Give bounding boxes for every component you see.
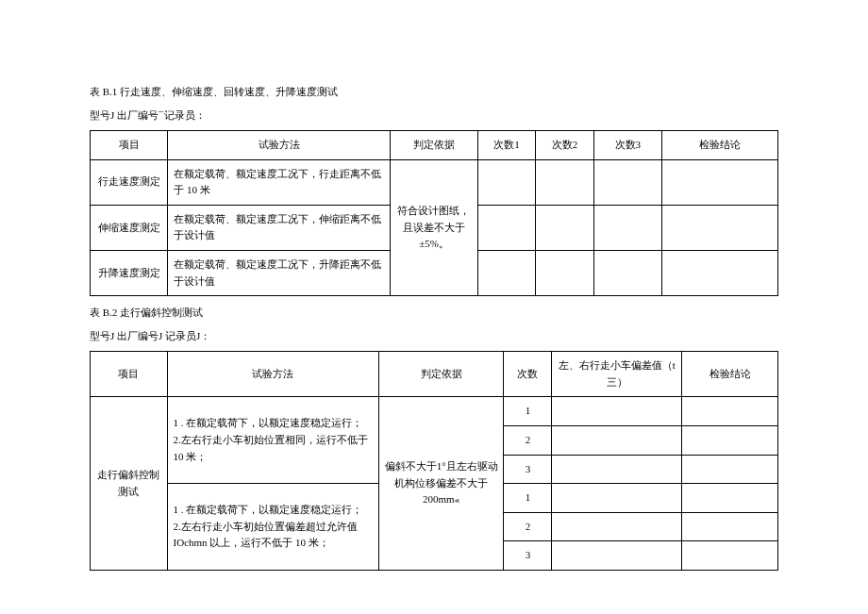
cell-blank bbox=[477, 250, 536, 295]
cell-blank bbox=[477, 205, 536, 250]
cell-item: 伸缩速度测定 bbox=[91, 205, 168, 250]
header-n1: 次数1 bbox=[477, 131, 536, 160]
cell-blank bbox=[552, 512, 682, 541]
cell-blank bbox=[552, 425, 682, 455]
cell-blank bbox=[682, 541, 778, 571]
cell-count: 3 bbox=[504, 455, 552, 484]
cell-count: 3 bbox=[504, 541, 552, 571]
cell-count: 1 bbox=[504, 397, 552, 426]
table2-subline: 型号J 出厂编号J 记录员J： bbox=[90, 329, 778, 343]
table1-subline: 型号J 出厂编号¯记录员： bbox=[90, 108, 778, 123]
cell-count: 1 bbox=[504, 484, 552, 513]
cell-blank bbox=[661, 159, 777, 205]
header-item: 项目 bbox=[91, 131, 168, 160]
header-conclusion: 检验结论 bbox=[682, 352, 778, 397]
cell-blank bbox=[552, 455, 682, 484]
header-item: 项目 bbox=[91, 352, 168, 397]
header-conclusion: 检验结论 bbox=[661, 131, 777, 160]
cell-item: 走行偏斜控制测试 bbox=[91, 397, 168, 571]
cell-blank bbox=[552, 397, 682, 426]
header-dev: 左、右行走小车偏差值（t 三） bbox=[552, 352, 682, 397]
cell-blank bbox=[661, 205, 777, 250]
cell-method: 在额定载荷、额定速度工况下，伸缩距离不低于设计值 bbox=[168, 205, 391, 250]
header-n2: 次数2 bbox=[536, 131, 594, 160]
cell-item: 行走速度测定 bbox=[91, 159, 168, 205]
table-row: 走行偏斜控制测试 1 . 在额定载荷下，以额定速度稳定运行； 2.左右行走小车初… bbox=[91, 397, 778, 426]
table-b1: 项目 试验方法 判定依据 次数1 次数2 次数3 检验结论 行走速度测定 在额定… bbox=[90, 130, 778, 296]
header-method: 试验方法 bbox=[167, 352, 378, 397]
cell-blank bbox=[477, 159, 536, 205]
cell-item: 升降速度测定 bbox=[91, 250, 168, 295]
cell-method2: 1 . 在额定载荷下，以额定速度稳定运行； 2.左右行走小车初始位置偏差超过允许… bbox=[167, 484, 378, 571]
cell-blank bbox=[593, 205, 661, 250]
cell-blank bbox=[682, 397, 778, 426]
cell-count: 2 bbox=[504, 512, 552, 541]
cell-blank bbox=[536, 250, 594, 295]
table-b2: 项目 试验方法 判定依据 次数 左、右行走小车偏差值（t 三） 检验结论 走行偏… bbox=[90, 351, 778, 571]
cell-count: 2 bbox=[504, 425, 552, 455]
cell-blank bbox=[536, 159, 594, 205]
cell-blank bbox=[682, 484, 778, 513]
header-count: 次数 bbox=[504, 352, 552, 397]
cell-blank bbox=[593, 250, 661, 295]
table-row: 项目 试验方法 判定依据 次数 左、右行走小车偏差值（t 三） 检验结论 bbox=[91, 352, 778, 397]
cell-blank bbox=[552, 541, 682, 571]
cell-blank bbox=[682, 512, 778, 541]
cell-blank bbox=[661, 250, 777, 295]
cell-basis: 符合设计图纸，且误差不大于 ±5%。 bbox=[391, 159, 477, 296]
cell-blank bbox=[682, 425, 778, 455]
cell-blank bbox=[682, 455, 778, 484]
cell-method: 在额定载荷、额定速度工况下，行走距离不低于 10 米 bbox=[168, 159, 391, 205]
cell-blank bbox=[593, 159, 661, 205]
cell-method1: 1 . 在额定载荷下，以额定速度稳定运行； 2.左右行走小车初始位置相同，运行不… bbox=[167, 397, 378, 484]
header-basis: 判定依据 bbox=[378, 352, 504, 397]
header-n3: 次数3 bbox=[593, 131, 661, 160]
cell-method: 在额定载荷、额定速度工况下，升降距离不低于设计值 bbox=[168, 250, 391, 295]
table-row: 项目 试验方法 判定依据 次数1 次数2 次数3 检验结论 bbox=[91, 131, 778, 160]
cell-blank bbox=[536, 205, 594, 250]
table2-title: 表 B.2 走行偏斜控制测试 bbox=[90, 306, 778, 320]
table1-title: 表 B.1 行走速度、伸缩速度、回转速度、升降速度测试 bbox=[90, 85, 778, 99]
cell-blank bbox=[552, 484, 682, 513]
table-row: 行走速度测定 在额定载荷、额定速度工况下，行走距离不低于 10 米 符合设计图纸… bbox=[91, 159, 778, 205]
cell-basis: 偏斜不大于1°且左右驱动机构位移偏差不大于 200mm« bbox=[378, 397, 504, 571]
header-basis: 判定依据 bbox=[391, 131, 477, 160]
header-method: 试验方法 bbox=[168, 131, 391, 160]
